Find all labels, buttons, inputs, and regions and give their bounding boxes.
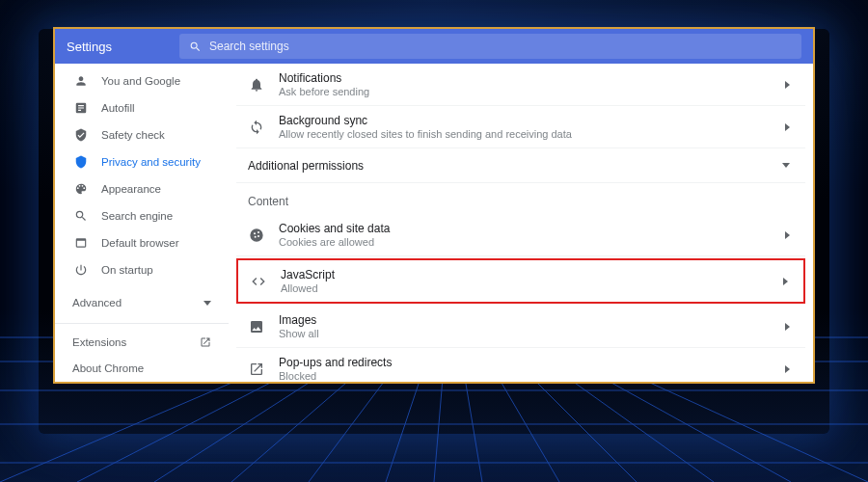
sidebar-item-autofill[interactable]: Autofill bbox=[61, 94, 229, 121]
sidebar-item-search-engine[interactable]: Search engine bbox=[61, 202, 229, 229]
row-label: Background sync bbox=[279, 114, 772, 127]
nav-list: You and Google Autofill Safety check Pri… bbox=[55, 67, 229, 283]
safety-icon bbox=[74, 128, 88, 142]
about-label: About Chrome bbox=[72, 362, 144, 374]
chevron-down-icon bbox=[782, 163, 790, 168]
titlebar: Settings bbox=[55, 29, 813, 64]
divider bbox=[55, 323, 229, 324]
palette-icon bbox=[74, 182, 88, 196]
row-text: JavaScript Allowed bbox=[281, 268, 770, 294]
sidebar-item-label: Search engine bbox=[101, 210, 173, 222]
sidebar-item-you-and-google[interactable]: You and Google bbox=[61, 67, 229, 94]
sidebar-item-label: Privacy and security bbox=[101, 156, 201, 168]
sidebar-item-label: Appearance bbox=[101, 183, 161, 195]
shield-icon bbox=[74, 155, 88, 169]
chevron-down-icon bbox=[203, 301, 211, 306]
sidebar-item-label: You and Google bbox=[101, 75, 180, 87]
search-input[interactable] bbox=[209, 40, 792, 53]
row-label: JavaScript bbox=[281, 268, 770, 281]
row-label: Notifications bbox=[279, 71, 772, 85]
row-label: Images bbox=[279, 313, 772, 327]
code-icon bbox=[250, 273, 267, 290]
sidebar-item-label: On startup bbox=[101, 264, 153, 276]
chevron-right-icon bbox=[785, 365, 790, 373]
row-sub: Allowed bbox=[281, 282, 770, 294]
extensions-label: Extensions bbox=[72, 336, 126, 348]
row-text: Background sync Allow recently closed si… bbox=[279, 114, 772, 140]
row-additional-permissions[interactable]: Additional permissions bbox=[236, 148, 805, 183]
external-link-icon bbox=[200, 336, 211, 348]
chevron-right-icon bbox=[785, 231, 790, 239]
about-chrome-link[interactable]: About Chrome bbox=[55, 356, 229, 382]
row-text: Pop-ups and redirects Blocked bbox=[279, 356, 772, 382]
content-section-header: Content bbox=[236, 183, 805, 214]
row-notifications[interactable]: Notifications Ask before sending bbox=[236, 64, 805, 106]
row-sub: Blocked bbox=[279, 370, 772, 382]
row-label: Cookies and site data bbox=[279, 222, 772, 235]
search-engine-icon bbox=[74, 209, 88, 223]
advanced-toggle[interactable]: Advanced bbox=[55, 289, 229, 317]
row-label: Additional permissions bbox=[248, 159, 769, 173]
page-title: Settings bbox=[67, 40, 112, 54]
row-text: Notifications Ask before sending bbox=[279, 71, 772, 97]
extensions-link[interactable]: Extensions bbox=[55, 330, 229, 356]
settings-window: Settings You and Google Autofill Safety … bbox=[53, 27, 815, 384]
sidebar-item-privacy-security[interactable]: Privacy and security bbox=[61, 148, 229, 175]
bell-icon bbox=[248, 76, 265, 94]
row-label: Pop-ups and redirects bbox=[279, 356, 772, 369]
chevron-right-icon bbox=[785, 123, 790, 131]
image-icon bbox=[248, 318, 265, 335]
person-icon bbox=[74, 74, 88, 88]
sidebar-item-safety-check[interactable]: Safety check bbox=[61, 121, 229, 148]
row-popups[interactable]: Pop-ups and redirects Blocked bbox=[236, 348, 805, 382]
row-javascript[interactable]: JavaScript Allowed bbox=[236, 258, 805, 304]
sidebar-item-appearance[interactable]: Appearance bbox=[61, 175, 229, 202]
row-text: Additional permissions bbox=[248, 159, 769, 173]
row-text: Images Show all bbox=[279, 313, 772, 339]
row-text: Cookies and site data Cookies are allowe… bbox=[279, 222, 772, 248]
row-images[interactable]: Images Show all bbox=[236, 306, 805, 348]
search-field[interactable] bbox=[179, 34, 801, 59]
row-sub: Ask before sending bbox=[279, 86, 772, 97]
autofill-icon bbox=[74, 101, 88, 115]
sync-icon bbox=[248, 119, 265, 136]
chevron-right-icon bbox=[785, 323, 790, 331]
body: You and Google Autofill Safety check Pri… bbox=[55, 64, 813, 382]
sidebar-item-default-browser[interactable]: Default browser bbox=[61, 229, 229, 256]
row-background-sync[interactable]: Background sync Allow recently closed si… bbox=[236, 106, 805, 148]
popup-icon bbox=[248, 361, 265, 378]
sidebar-item-label: Autofill bbox=[101, 102, 135, 114]
sidebar-item-label: Default browser bbox=[101, 237, 179, 249]
sidebar-item-label: Safety check bbox=[101, 129, 165, 141]
power-icon bbox=[74, 263, 88, 277]
chevron-right-icon bbox=[783, 278, 788, 285]
main-content[interactable]: Notifications Ask before sending Backgro… bbox=[229, 64, 813, 382]
sidebar: You and Google Autofill Safety check Pri… bbox=[55, 64, 229, 382]
row-sub: Cookies are allowed bbox=[279, 236, 772, 248]
cookie-icon bbox=[248, 227, 265, 244]
advanced-label: Advanced bbox=[72, 297, 122, 308]
search-icon bbox=[189, 40, 202, 53]
row-sub: Show all bbox=[279, 328, 772, 339]
row-cookies[interactable]: Cookies and site data Cookies are allowe… bbox=[236, 214, 805, 256]
row-sub: Allow recently closed sites to finish se… bbox=[279, 128, 772, 140]
chevron-right-icon bbox=[785, 81, 790, 89]
browser-icon bbox=[74, 236, 88, 250]
sidebar-item-on-startup[interactable]: On startup bbox=[61, 256, 229, 283]
